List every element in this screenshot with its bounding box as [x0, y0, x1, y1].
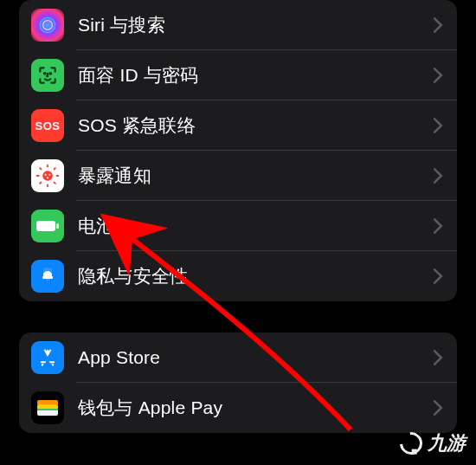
row-label: 电池 — [78, 214, 433, 238]
row-label: App Store — [78, 347, 433, 368]
svg-point-13 — [45, 174, 47, 176]
chevron-right-icon — [433, 218, 443, 234]
svg-point-1 — [43, 21, 53, 30]
row-label: 隐私与安全性 — [78, 264, 433, 288]
row-wallet[interactable]: 钱包与 Apple Pay — [19, 383, 457, 433]
watermark-text: 九游 — [428, 430, 466, 456]
svg-point-3 — [49, 73, 51, 74]
battery-icon — [31, 210, 64, 242]
svg-line-11 — [40, 183, 41, 184]
watermark: 九游 — [400, 430, 466, 456]
row-label: 面容 ID 与密码 — [78, 63, 433, 87]
row-privacy[interactable]: 隐私与安全性 — [19, 251, 457, 301]
exposure-icon — [31, 159, 64, 192]
chevron-right-icon — [433, 350, 443, 365]
row-siri[interactable]: Siri 与搜索 — [19, 0, 457, 50]
svg-line-10 — [55, 183, 55, 184]
privacy-icon — [31, 260, 64, 293]
svg-line-12 — [55, 168, 55, 169]
row-sos[interactable]: SOS SOS 紧急联络 — [19, 100, 457, 151]
sos-icon: SOS — [31, 109, 64, 142]
svg-point-15 — [47, 177, 48, 178]
svg-rect-18 — [42, 276, 53, 279]
svg-line-9 — [40, 168, 41, 169]
chevron-right-icon — [433, 400, 443, 416]
chevron-right-icon — [433, 268, 443, 284]
svg-point-2 — [44, 73, 46, 74]
row-faceid[interactable]: 面容 ID 与密码 — [19, 50, 457, 100]
row-label: 暴露通知 — [78, 164, 433, 188]
appstore-icon — [31, 341, 64, 374]
faceid-icon — [31, 59, 64, 92]
watermark-logo-icon — [396, 428, 428, 460]
wallet-icon — [31, 391, 64, 424]
row-label: Siri 与搜索 — [78, 13, 433, 37]
row-battery[interactable]: 电池 — [19, 201, 457, 251]
chevron-right-icon — [433, 118, 443, 133]
settings-section-2: App Store 钱包与 Apple Pay — [19, 333, 457, 433]
row-appstore[interactable]: App Store — [19, 333, 457, 383]
row-exposure[interactable]: 暴露通知 — [19, 151, 457, 201]
settings-section-1: Siri 与搜索 面容 ID 与密码 SOS SOS 紧急联络 暴露通知 — [19, 0, 457, 301]
row-label: SOS 紧急联络 — [78, 113, 433, 138]
svg-point-4 — [42, 171, 53, 181]
svg-rect-16 — [36, 221, 55, 231]
svg-point-14 — [48, 174, 50, 176]
chevron-right-icon — [433, 68, 443, 83]
svg-rect-17 — [56, 223, 59, 229]
chevron-right-icon — [433, 17, 443, 33]
row-label: 钱包与 Apple Pay — [78, 396, 433, 420]
chevron-right-icon — [433, 168, 443, 184]
svg-rect-22 — [37, 409, 58, 410]
siri-icon — [31, 9, 64, 42]
